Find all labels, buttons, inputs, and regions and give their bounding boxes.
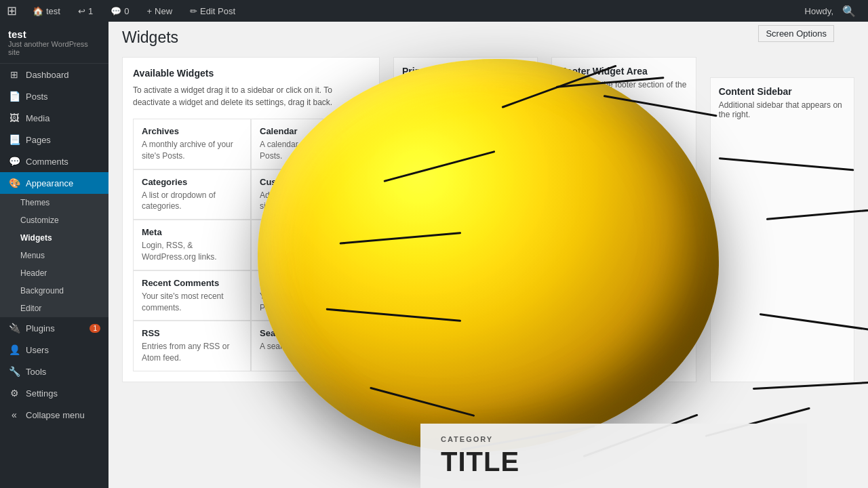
adminbar-site-link[interactable]: 🏠 test: [27, 0, 66, 22]
dashboard-icon: ⊞: [8, 69, 20, 80]
available-widgets-panel: Available Widgets To activate a widget d…: [122, 57, 380, 382]
widget-recent-posts[interactable]: Recent Posts Your site's most recent Pos…: [251, 270, 369, 321]
sidebar-item-settings[interactable]: ⚙ Settings: [0, 382, 108, 404]
submenu-customize[interactable]: Customize: [0, 211, 108, 229]
submenu-header[interactable]: Header: [0, 264, 108, 282]
widget-list: Archives A monthly archive of your site'…: [133, 119, 369, 371]
admin-sidebar: test Just another WordPress site ⊞ Dashb…: [0, 22, 108, 488]
screen-options-button[interactable]: Screen Options: [758, 25, 834, 42]
adminbar-right: Howdy, 🔍: [805, 5, 861, 18]
settings-icon: ⚙: [8, 388, 20, 399]
widget-rss[interactable]: RSS Entries from any RSS or Atom feed.: [133, 321, 251, 371]
appearance-submenu: Themes Customize Widgets Menus Header Ba…: [0, 194, 108, 317]
users-icon: 👤: [8, 344, 20, 355]
adminbar-updates[interactable]: ↩ 1: [73, 0, 98, 22]
widget-meta[interactable]: Meta Login, RSS, & WordPress.org links.: [133, 220, 251, 270]
posts-icon: 📄: [8, 91, 20, 102]
comments-icon: 💬: [8, 156, 20, 167]
submenu-menus[interactable]: Menus: [0, 247, 108, 264]
line-7: [753, 382, 868, 390]
overlay-category: CATEGORY: [441, 435, 787, 443]
adminbar-new-icon: +: [146, 6, 152, 16]
content-sidebar-description: Additional sidebar that appears on the r…: [719, 100, 846, 119]
main-content: Widgets Screen Options Available Widgets…: [108, 22, 868, 488]
primary-sidebar-description: Main sidebar that appears on the left.: [402, 80, 529, 99]
primary-sidebar-title: Primary Sidebar: [402, 66, 529, 77]
widget-recent-comments[interactable]: Recent Comments Your site's most recent …: [133, 270, 251, 321]
widget-pages[interactable]: Pages A list of your site's Pages.: [251, 220, 369, 270]
wp-logo-icon: ⊞: [7, 3, 17, 18]
adminbar-howdy: Howdy,: [805, 6, 833, 16]
plugins-icon: 🔌: [8, 323, 20, 333]
bottom-card: CATEGORY TITLE: [420, 424, 807, 488]
collapse-icon: «: [8, 409, 20, 420]
available-widgets-instructions: To activate a widget drag it to a sideba…: [133, 84, 369, 108]
site-name: test: [8, 28, 100, 40]
sidebar-item-pages[interactable]: 📃 Pages: [0, 129, 108, 150]
appearance-icon: 🎨: [8, 178, 20, 188]
adminbar-edit-post[interactable]: ✏ Edit Post: [184, 0, 241, 22]
widget-custom-menu[interactable]: Custom Menu Add a custom menu to your si…: [251, 169, 369, 220]
content-sidebar-title: Content Sidebar: [719, 86, 846, 97]
sidebar-item-posts[interactable]: 📄 Posts: [0, 85, 108, 107]
adminbar-edit-icon: ✏: [190, 6, 197, 16]
site-tagline: Just another WordPress site: [8, 40, 100, 56]
sidebar-collapse-menu[interactable]: « Collapse menu: [0, 404, 108, 426]
footer-widget-title: Footer Widget Area: [560, 66, 687, 77]
submenu-editor[interactable]: Editor: [0, 300, 108, 317]
widget-archives[interactable]: Archives A monthly archive of your site'…: [133, 119, 251, 169]
sidebar-item-users[interactable]: 👤 Users: [0, 339, 108, 361]
footer-widget-area: Footer Widget Area Appears in the footer…: [551, 57, 696, 382]
content-sidebar-area: Content Sidebar Additional sidebar that …: [710, 77, 854, 382]
site-name-area: test Just another WordPress site: [0, 22, 108, 64]
pages-icon: 📃: [8, 134, 20, 145]
sidebar-item-media[interactable]: 🖼 Media: [0, 107, 108, 129]
sidebar-item-comments[interactable]: 💬 Comments: [0, 150, 108, 172]
page-title: Widgets: [122, 28, 854, 47]
sidebar-item-tools[interactable]: 🔧 Tools: [0, 361, 108, 382]
overlay-title: TITLE: [441, 447, 787, 477]
admin-bar: ⊞ 🏠 test ↩ 1 💬 0 + New ✏ Edit Post Howdy…: [0, 0, 868, 22]
widget-calendar[interactable]: Calendar A calendar of your site's Posts…: [251, 119, 369, 169]
available-widgets-title: Available Widgets: [133, 68, 369, 79]
adminbar-updates-icon: ↩: [78, 6, 85, 16]
plugins-badge: 1: [90, 324, 100, 333]
footer-widget-description: Appears in the footer section of the sit…: [560, 80, 687, 99]
primary-sidebar-text-widget: Text: [402, 106, 529, 128]
tools-icon: 🔧: [8, 366, 20, 377]
sidebar-item-plugins[interactable]: 🔌 Plugins 1: [0, 317, 108, 339]
primary-sidebar-widget-name: Text: [408, 113, 425, 122]
media-icon: 🖼: [8, 113, 20, 123]
submenu-background[interactable]: Background: [0, 282, 108, 300]
sidebars-container: Primary Sidebar Main sidebar that appear…: [393, 57, 854, 382]
sidebar-item-dashboard[interactable]: ⊞ Dashboard: [0, 64, 108, 85]
adminbar-search-button[interactable]: 🔍: [837, 5, 861, 18]
adminbar-new-button[interactable]: + New: [141, 0, 178, 22]
primary-sidebar-area: Primary Sidebar Main sidebar that appear…: [393, 57, 538, 382]
widget-search[interactable]: Search A search form for your site.: [251, 321, 369, 371]
submenu-widgets[interactable]: Widgets: [0, 229, 108, 247]
sidebar-item-appearance[interactable]: 🎨 Appearance: [0, 172, 108, 194]
line-11: [370, 387, 475, 417]
adminbar-comments-icon: 💬: [111, 6, 121, 16]
adminbar-home-icon: 🏠: [33, 6, 43, 16]
widget-categories[interactable]: Categories A list or dropdown of categor…: [133, 169, 251, 220]
submenu-themes[interactable]: Themes: [0, 194, 108, 211]
adminbar-comments[interactable]: 💬 0: [105, 0, 134, 22]
